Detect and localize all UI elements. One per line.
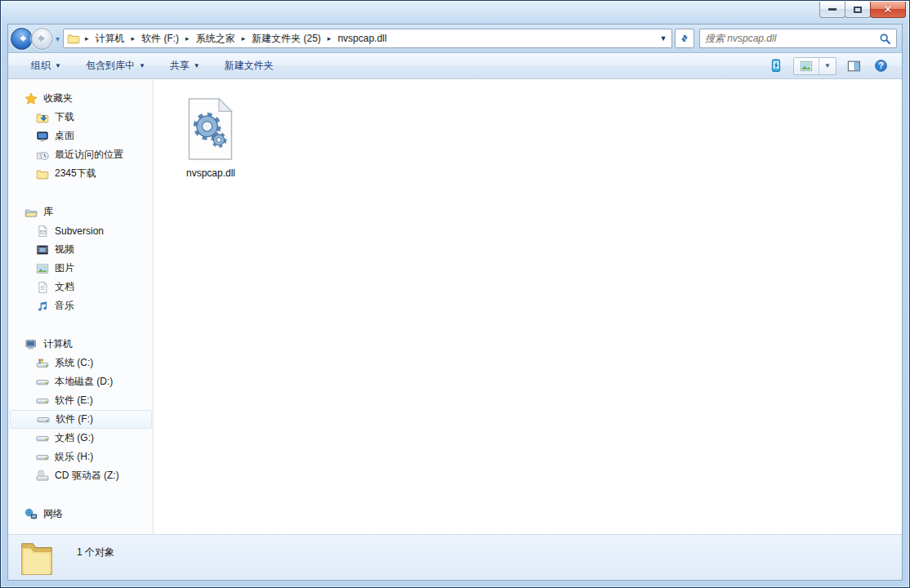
sidebar-section-header[interactable]: 收藏夹 <box>8 89 153 108</box>
star-icon <box>25 92 38 105</box>
sidebar-item[interactable]: 文档 (G:) <box>8 429 153 448</box>
svg-text:?: ? <box>878 61 883 70</box>
history-dropdown-button[interactable]: ▾ <box>56 34 60 43</box>
file-item[interactable]: nvspcap.dll <box>170 89 252 179</box>
back-arrow-icon <box>16 33 28 44</box>
sidebar-item[interactable]: 视频 <box>8 240 153 259</box>
sidebar-item[interactable]: CD 驱动器 (Z:) <box>8 466 153 485</box>
sidebar-item[interactable]: 软件 (E:) <box>8 391 153 410</box>
drive-win-icon <box>36 357 49 370</box>
sidebar-section: 库 Subversion 视频 图片 文档 音乐 <box>8 203 153 315</box>
titlebar-controls: ✕ <box>820 2 906 18</box>
device-button[interactable] <box>767 56 785 75</box>
breadcrumb: ▸计算机▸软件 (F:)▸系统之家▸新建文件夹 (25)▸nvspcap.dll <box>82 30 657 47</box>
sidebar-section: 网络 <box>8 505 153 523</box>
body: 收藏夹 下载 桌面 最近访问的位置 2345下载 库 Subversion 视频… <box>8 79 902 534</box>
sidebar-item[interactable]: 音乐 <box>8 296 153 315</box>
folder-icon <box>67 32 80 45</box>
sidebar-section: 收藏夹 下载 桌面 最近访问的位置 2345下载 <box>8 89 153 183</box>
sidebar-item[interactable]: Subversion <box>8 221 153 240</box>
minimize-icon <box>828 8 836 11</box>
desktop-icon <box>36 130 49 143</box>
help-button[interactable]: ? <box>872 56 890 75</box>
dll-icon <box>185 97 236 161</box>
sidebar-section: 计算机 系统 (C:) 本地磁盘 (D:) 软件 (E:) 软件 (F:) 文档… <box>8 335 153 485</box>
breadcrumb-separator-icon[interactable]: ▸ <box>82 34 92 42</box>
device-icon <box>769 59 783 73</box>
drive-icon <box>36 451 49 464</box>
cd-icon <box>36 470 49 483</box>
network-icon <box>25 508 38 521</box>
details-pane: 1 个对象 <box>8 534 902 580</box>
breadcrumb-separator-icon[interactable]: ▸ <box>239 34 249 42</box>
navigation-bar: ▾ ▸计算机▸软件 (F:)▸系统之家▸新建文件夹 (25)▸nvspcap.d… <box>8 24 902 52</box>
close-icon: ✕ <box>884 4 893 15</box>
sidebar-item[interactable]: 图片 <box>8 259 153 278</box>
drive-icon <box>36 376 49 389</box>
sidebar-section-header[interactable]: 网络 <box>8 505 153 523</box>
refresh-button[interactable] <box>675 29 694 48</box>
preview-icon <box>847 60 861 73</box>
sidebar-item[interactable]: 最近访问的位置 <box>8 145 153 164</box>
views-dropdown-button[interactable]: ▼ <box>819 58 836 74</box>
sidebar-section-header[interactable]: 计算机 <box>8 335 153 354</box>
file-name-label: nvspcap.dll <box>186 167 235 179</box>
sidebar-item[interactable]: 娱乐 (H:) <box>8 448 153 466</box>
toolbar-button[interactable]: 包含到库中 ▼ <box>79 55 152 77</box>
sidebar-item[interactable]: 系统 (C:) <box>8 354 153 372</box>
views-split-button[interactable]: ▼ <box>793 57 836 75</box>
item-count-label: 1 个对象 <box>77 546 114 559</box>
toolbar-button-label: 新建文件夹 <box>225 59 274 73</box>
breadcrumb-item[interactable]: 软件 (F:) <box>138 30 182 47</box>
sidebar-item[interactable]: 桌面 <box>8 127 153 145</box>
views-icon <box>800 60 813 72</box>
minimize-button[interactable] <box>819 2 845 18</box>
drive-icon <box>37 413 50 426</box>
close-button[interactable]: ✕ <box>870 2 906 18</box>
computer-icon <box>25 338 38 351</box>
sidebar-item[interactable]: 本地磁盘 (D:) <box>8 372 153 391</box>
breadcrumb-item[interactable]: nvspcap.dll <box>334 31 390 46</box>
toolbar-button[interactable]: 组织 ▼ <box>25 55 68 77</box>
breadcrumb-item[interactable]: 计算机 <box>92 30 128 47</box>
recent-icon <box>36 149 49 162</box>
breadcrumb-separator-icon[interactable]: ▸ <box>324 34 335 42</box>
breadcrumb-item[interactable]: 新建文件夹 (25) <box>248 30 324 47</box>
forward-button[interactable] <box>31 28 53 50</box>
breadcrumb-separator-icon[interactable]: ▸ <box>182 34 193 42</box>
breadcrumb-item[interactable]: 系统之家 <box>193 30 239 47</box>
library-icon <box>25 206 38 219</box>
search-input[interactable] <box>705 33 879 44</box>
navigation-pane: 收藏夹 下载 桌面 最近访问的位置 2345下载 库 Subversion 视频… <box>8 79 154 534</box>
command-bar: 组织 ▼ 包含到库中 ▼ 共享 ▼ 新建文件夹 ▼? <box>8 52 902 79</box>
search-icon <box>879 33 891 45</box>
sidebar-item[interactable]: 文档 <box>8 278 153 296</box>
drive-icon <box>36 394 49 408</box>
picture-icon <box>36 262 49 275</box>
music-icon <box>36 300 49 313</box>
client-area: ▾ ▸计算机▸软件 (F:)▸系统之家▸新建文件夹 (25)▸nvspcap.d… <box>7 24 903 581</box>
drive-icon <box>36 432 49 445</box>
file-list-area[interactable]: nvspcap.dll <box>154 79 902 534</box>
address-dropdown-button[interactable]: ▼ <box>657 34 670 42</box>
toolbar-button[interactable]: 共享 ▼ <box>163 55 207 77</box>
sidebar-item[interactable]: 软件 (F:) <box>10 410 152 429</box>
back-button[interactable] <box>11 28 33 50</box>
video-icon <box>36 243 49 256</box>
maximize-icon <box>854 7 862 13</box>
doc-icon <box>36 281 49 294</box>
folder-icon <box>18 540 56 576</box>
toolbar-button-label: 包含到库中 <box>86 59 135 73</box>
address-bar[interactable]: ▸计算机▸软件 (F:)▸系统之家▸新建文件夹 (25)▸nvspcap.dll… <box>63 29 672 48</box>
forward-arrow-icon <box>37 33 48 44</box>
explorer-window: ✕ ▾ ▸计算机▸软件 (F:)▸系统之家▸新建文件夹 (25)▸nvspcap… <box>0 0 910 588</box>
sidebar-section-header[interactable]: 库 <box>8 203 153 221</box>
breadcrumb-separator-icon[interactable]: ▸ <box>128 34 139 42</box>
sidebar-item[interactable]: 2345下载 <box>8 164 153 183</box>
sidebar-item[interactable]: 下载 <box>8 108 153 127</box>
maximize-button[interactable] <box>845 2 871 18</box>
search-box <box>699 29 897 48</box>
folder-download-icon <box>36 111 49 124</box>
toolbar-button[interactable]: 新建文件夹 <box>218 55 280 77</box>
preview-button[interactable] <box>845 57 863 75</box>
